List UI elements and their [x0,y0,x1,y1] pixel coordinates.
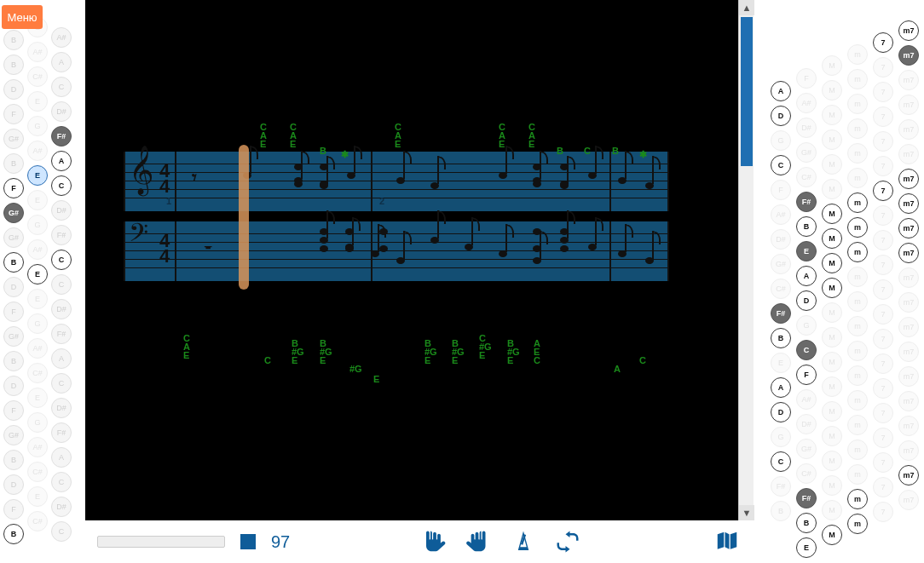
left-hand-button[interactable] [420,527,449,556]
loop-button[interactable] [553,527,582,556]
keyboard-key[interactable]: 7 [873,131,893,152]
keyboard-key[interactable]: F# [51,126,72,146]
keyboard-key[interactable]: C [51,274,72,295]
keyboard-key[interactable]: M [822,500,842,520]
menu-button[interactable]: Меню [2,5,43,29]
keyboard-key[interactable]: M [822,352,842,372]
keyboard-key[interactable]: C [51,175,72,196]
right-hand-button[interactable] [465,527,494,556]
keyboard-key[interactable]: C# [27,66,48,87]
playhead[interactable] [239,145,249,290]
keyboard-key[interactable]: m [847,464,868,485]
keyboard-key[interactable]: A [51,348,72,369]
keyboard-key[interactable]: B [3,153,24,174]
keyboard-key[interactable]: D# [51,398,72,418]
keyboard-key[interactable]: 7 [873,106,893,127]
keyboard-key[interactable]: M [822,228,842,249]
keyboard-key[interactable]: A [51,52,72,72]
keyboard-key[interactable]: D [3,474,24,495]
keyboard-key[interactable]: D [3,376,24,396]
keyboard-key[interactable]: C [51,472,72,492]
keyboard-key[interactable]: M [822,525,842,545]
keyboard-key[interactable]: C# [771,279,791,299]
keyboard-key[interactable]: 7 [873,329,893,349]
keyboard-key[interactable]: 7 [873,255,893,275]
keyboard-key[interactable]: G# [3,203,24,223]
keyboard-key[interactable]: D# [796,118,817,138]
keyboard-key[interactable]: C# [796,167,817,187]
stop-button[interactable] [240,534,256,549]
keyboard-key[interactable]: C [771,451,791,472]
keyboard-key[interactable]: B [3,524,24,544]
keyboard-key[interactable]: A# [796,389,817,410]
keyboard-key[interactable]: C# [27,511,48,531]
keyboard-key[interactable]: B [3,252,24,273]
keyboard-key[interactable]: G# [796,142,817,163]
keyboard-key[interactable]: A# [27,239,48,260]
keyboard-key[interactable]: C# [796,463,817,484]
keyboard-key[interactable]: m [847,390,868,411]
keyboard-key[interactable]: F# [771,476,791,497]
keyboard-key[interactable]: m [847,94,868,114]
keyboard-key[interactable]: D [3,277,24,297]
keyboard-key[interactable]: M [822,327,842,348]
keyboard-key[interactable]: G# [796,439,817,459]
keyboard-key[interactable]: M [822,105,842,125]
bpm-display[interactable]: 97 [271,532,290,552]
keyboard-key[interactable]: m [847,291,868,312]
keyboard-key[interactable]: m [847,168,868,188]
keyboard-key[interactable]: E [27,190,48,210]
keyboard-key[interactable]: m7 [898,45,919,66]
keyboard-key[interactable]: A# [51,27,72,48]
keyboard-key[interactable]: m [847,143,868,164]
keyboard-key[interactable]: D# [796,414,817,434]
keyboard-key[interactable]: m [847,439,868,460]
keyboard-key[interactable]: E [27,264,48,284]
keyboard-key[interactable]: B [796,513,817,533]
keyboard-key[interactable]: E [27,165,48,186]
keyboard-key[interactable]: A [51,151,72,171]
keyboard-key[interactable]: F [3,400,24,421]
keyboard-key[interactable]: m7 [898,20,919,41]
keyboard-key[interactable]: C [51,521,72,542]
keyboard-key[interactable]: m7 [898,342,919,362]
keyboard-key[interactable]: G [796,315,817,336]
keyboard-key[interactable]: B [3,55,24,75]
keyboard-key[interactable]: m7 [898,292,919,313]
keyboard-key[interactable]: 7 [873,230,893,250]
keyboard-key[interactable]: D [3,79,24,100]
keyboard-key[interactable]: D [771,106,791,126]
keyboard-key[interactable]: C [51,250,72,270]
keyboard-key[interactable]: 7 [873,378,893,399]
keyboard-key[interactable]: A# [771,204,791,225]
keyboard-key[interactable]: E [27,388,48,408]
keyboard-key[interactable]: m [847,341,868,361]
keyboard-key[interactable]: M [822,475,842,496]
keyboard-key[interactable]: D# [51,101,72,122]
keyboard-key[interactable]: C [51,373,72,394]
keyboard-key[interactable]: C [51,77,72,97]
keyboard-key[interactable]: M [822,401,842,422]
keyboard-key[interactable]: m [847,44,868,65]
keyboard-key[interactable]: 7 [873,156,893,176]
keyboard-key[interactable]: F [3,302,24,322]
keyboard-key[interactable]: m [847,192,868,213]
keyboard-key[interactable]: B [771,501,791,521]
keyboard-key[interactable]: B [3,351,24,371]
scroll-up-icon[interactable]: ▲ [739,0,754,15]
keyboard-key[interactable]: M [822,278,842,298]
keyboard-key[interactable]: m7 [898,95,919,115]
keyboard-key[interactable]: G# [3,425,24,445]
keyboard-key[interactable]: E [771,353,791,373]
keyboard-key[interactable]: m [847,267,868,287]
keyboard-key[interactable]: G [771,427,791,447]
keyboard-key[interactable]: F [796,68,817,89]
keyboard-key[interactable]: F# [796,192,817,212]
keyboard-key[interactable]: G# [3,129,24,149]
keyboard-key[interactable]: G# [771,254,791,274]
keyboard-key[interactable]: F [796,365,817,385]
keyboard-key[interactable]: M [822,154,842,175]
keyboard-key[interactable]: 7 [873,428,893,448]
keyboard-key[interactable]: C [771,155,791,175]
keyboard-key[interactable]: 7 [873,477,893,497]
